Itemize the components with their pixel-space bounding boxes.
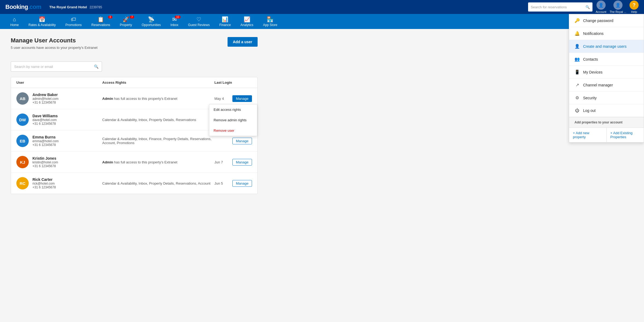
table-header: UserAccess RightsLast Login <box>11 77 257 88</box>
account-dropdown: 🔑Change password🔔Notifications👤Create an… <box>569 14 644 142</box>
dropdown-section-title: Add properties to your account <box>569 117 644 127</box>
manage-button[interactable]: Manage <box>232 95 252 102</box>
nav-label: Finance <box>219 23 231 27</box>
user-name: Dave Williams <box>32 114 58 118</box>
dropdown-icon: ↗ <box>575 82 580 87</box>
last-login-date: May 4 <box>214 97 224 101</box>
last-login-cell: Jun 5Manage <box>214 180 252 187</box>
user-avatar: KJ <box>16 156 29 168</box>
access-cell: Admin has full access to this property's… <box>102 160 214 164</box>
manage-button[interactable]: Manage <box>232 159 252 166</box>
dropdown-item-create-and-manage-users[interactable]: 👤Create and manage users <box>569 40 644 53</box>
user-phone: +31 6 12345678 <box>32 122 58 126</box>
nav-icon: 📈 <box>244 16 250 23</box>
main-content: Manage User Accounts 5 user accounts hav… <box>0 29 268 202</box>
logo: Booking.com <box>5 3 41 10</box>
dropdown-item-log-out[interactable]: ⏻Log out <box>569 104 644 117</box>
user-phone: +31 6 12345678 <box>32 101 58 104</box>
dropdown-item-my-devices[interactable]: 📱My Devices <box>569 66 644 79</box>
property-id: 2239785 <box>90 5 102 9</box>
table-th-last-login: Last Login <box>214 80 252 85</box>
last-login-date: Jun 7 <box>214 160 223 164</box>
nav-item-opportunities[interactable]: 📡Opportunities <box>137 14 166 29</box>
nav-item-rates-&-availability[interactable]: 📅Rates & Availability <box>24 14 61 29</box>
nav-item-analytics[interactable]: 📈Analytics <box>236 14 258 29</box>
user-email: emma@hotel.com <box>32 139 59 143</box>
nav-icon: 📅 <box>39 16 45 23</box>
help-icon: ? <box>630 1 639 10</box>
nav-label: Inbox <box>170 23 178 27</box>
dropdown-item-channel-manager[interactable]: ↗Channel manager <box>569 79 644 92</box>
dropdown-label: Log out <box>583 108 596 113</box>
royal-menu-trigger[interactable]: 👤 The Royal ... <box>610 1 626 13</box>
dropdown-label: Create and manage users <box>583 44 627 49</box>
dropdown-add-property[interactable]: + Add new property <box>569 128 607 142</box>
nav-label: Reservations <box>92 23 110 27</box>
nav-item-app-store[interactable]: 🏪App Store <box>258 14 282 29</box>
dropdown-label: My Devices <box>583 70 602 74</box>
context-menu-item[interactable]: Remove admin rights <box>209 115 257 125</box>
dropdown-add-property[interactable]: + Add Existing Properties <box>607 128 644 142</box>
user-phone: +31 6 12345678 <box>32 143 59 147</box>
account-menu-trigger[interactable]: 👤 Account <box>596 1 606 13</box>
nav-item-finance[interactable]: 📊Finance <box>214 14 236 29</box>
last-login-cell: Manage <box>214 138 252 144</box>
nav-item-guest-reviews[interactable]: ♡Guest Reviews <box>183 14 215 29</box>
nav-label: App Store <box>263 23 277 27</box>
search-input[interactable] <box>531 5 586 9</box>
last-login-date: Jun 5 <box>214 181 223 185</box>
add-user-button[interactable]: Add a user <box>228 37 258 47</box>
manage-button[interactable]: Manage <box>232 180 252 187</box>
nav-item-inbox[interactable]: 10✉Inbox <box>166 14 183 29</box>
nav-label: Promotions <box>65 23 82 27</box>
top-bar: Booking.com The Royal Grand Hotel 223978… <box>0 0 644 14</box>
context-menu-item[interactable]: Edit access rights <box>209 104 257 115</box>
account-avatar: 👤 <box>597 1 606 10</box>
dropdown-item-notifications[interactable]: 🔔Notifications <box>569 27 644 40</box>
nav-label: Opportunities <box>142 23 161 27</box>
user-name: Andrew Baker <box>32 93 58 97</box>
reservation-search[interactable]: 🔍 <box>528 2 592 12</box>
user-cell: DW Dave Williams dave@hotel.com +31 6 12… <box>16 114 102 126</box>
user-name: Emma Burns <box>32 135 59 139</box>
nav-item-reservations[interactable]: 3📋Reservations <box>87 14 115 29</box>
access-type: Admin <box>102 160 113 164</box>
user-phone: +31 6 12345678 <box>32 164 58 168</box>
nav-item-promotions[interactable]: 🏷Promotions <box>61 14 87 29</box>
nav-icon: 🚀 <box>123 16 129 23</box>
royal-label: The Royal ... <box>610 10 626 13</box>
logo-text: Booking.com <box>5 3 41 10</box>
nav-icon: 🏷 <box>71 16 76 23</box>
help-label: Help <box>631 10 637 13</box>
user-phone: +31 6 12345678 <box>32 185 56 189</box>
manage-button[interactable]: Manage <box>232 138 252 144</box>
property-name: The Royal Grand Hotel <box>49 5 87 9</box>
nav-icon: 🏪 <box>267 16 273 23</box>
nav-icon: 📡 <box>148 16 155 23</box>
nav-item-home[interactable]: ⌂Home <box>5 14 24 29</box>
user-email: admin@hotel.com <box>32 97 58 101</box>
nav-icon: ⌂ <box>13 16 16 23</box>
table-row: AB Andrew Baker admin@hotel.com +31 6 12… <box>11 88 257 109</box>
nav-item-property[interactable]: 7🚀Property <box>115 14 137 29</box>
dropdown-icon: 👤 <box>575 44 580 49</box>
help-trigger[interactable]: ? Help <box>630 1 639 13</box>
page-title: Manage User Accounts <box>11 37 97 44</box>
dropdown-item-contacts[interactable]: 👥Contacts <box>569 53 644 66</box>
dropdown-item-security[interactable]: ⚙Security <box>569 92 644 104</box>
user-info: Kristin Jones kristin@hotel.com +31 6 12… <box>32 156 58 168</box>
user-search[interactable]: 🔍 <box>11 61 102 72</box>
royal-avatar: 👤 <box>613 1 623 10</box>
nav-label: Analytics <box>240 23 253 27</box>
context-menu-item[interactable]: Remove user <box>209 125 257 136</box>
nav-label: Rates & Availability <box>28 23 56 27</box>
dropdown-item-change-password[interactable]: 🔑Change password <box>569 14 644 27</box>
users-table: UserAccess RightsLast Login AB Andrew Ba… <box>11 77 258 194</box>
dropdown-label: Security <box>583 96 597 100</box>
user-info: Emma Burns emma@hotel.com +31 6 12345678 <box>32 135 59 147</box>
access-type: Admin <box>102 97 113 101</box>
table-th-access-rights: Access Rights <box>102 80 214 85</box>
dropdown-icon: 🔔 <box>575 31 580 36</box>
user-search-input[interactable] <box>14 65 94 69</box>
access-cell: Calendar & Availability, Inbox, Finance,… <box>102 137 214 145</box>
